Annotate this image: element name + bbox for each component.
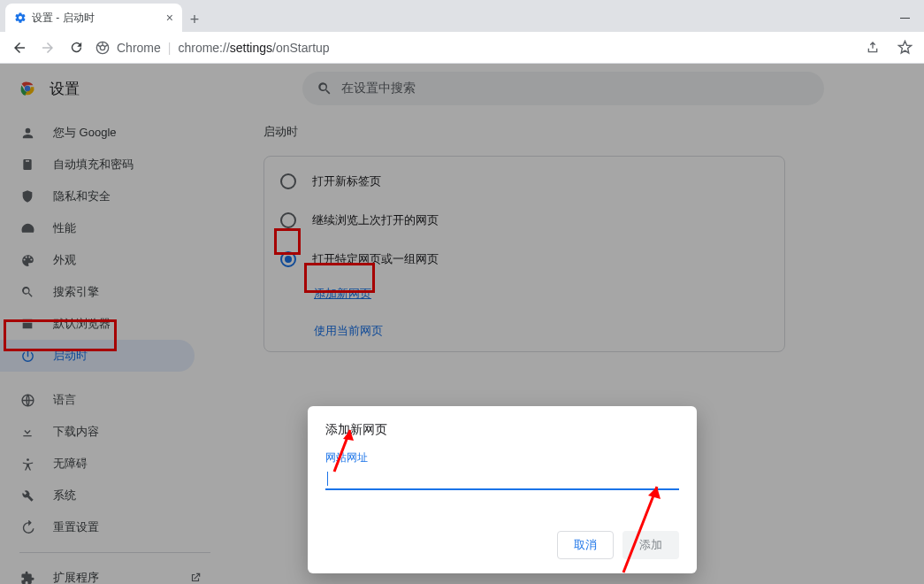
browser-tab[interactable]: 设置 - 启动时 × <box>5 4 182 32</box>
add-page-dialog: 添加新网页 网站网址 取消 添加 <box>308 406 697 573</box>
address-bar[interactable]: Chrome | chrome://settings/onStartup <box>92 41 850 55</box>
url-field-label: 网站网址 <box>325 450 679 465</box>
browser-toolbar: Chrome | chrome://settings/onStartup <box>0 32 924 64</box>
url-input[interactable] <box>325 469 679 490</box>
url-origin-label: Chrome <box>117 41 161 55</box>
text-caret <box>327 472 328 486</box>
new-tab-button[interactable]: + <box>182 7 207 32</box>
svg-rect-0 <box>900 18 910 19</box>
cancel-button[interactable]: 取消 <box>557 531 614 559</box>
tab-strip: 设置 - 启动时 × + <box>0 0 924 32</box>
svg-point-2 <box>100 45 104 50</box>
add-button[interactable]: 添加 <box>622 531 679 559</box>
tab-title: 设置 - 启动时 <box>32 11 95 26</box>
back-button[interactable] <box>7 35 32 60</box>
chrome-status-icon <box>95 41 110 55</box>
url-path-bold: settings <box>230 41 272 55</box>
dialog-title: 添加新网页 <box>325 422 679 438</box>
reload-button[interactable] <box>64 35 88 60</box>
url-path-rest: /onStartup <box>272 41 330 55</box>
minimize-button[interactable] <box>885 4 924 32</box>
bookmark-icon[interactable] <box>892 35 917 60</box>
url-sep: | <box>168 41 172 55</box>
share-icon[interactable] <box>860 35 885 60</box>
gear-icon <box>14 12 27 24</box>
close-tab-icon[interactable]: × <box>166 11 173 25</box>
url-scheme: chrome:// <box>178 41 229 55</box>
window-controls <box>885 4 924 32</box>
forward-button[interactable] <box>35 35 60 60</box>
